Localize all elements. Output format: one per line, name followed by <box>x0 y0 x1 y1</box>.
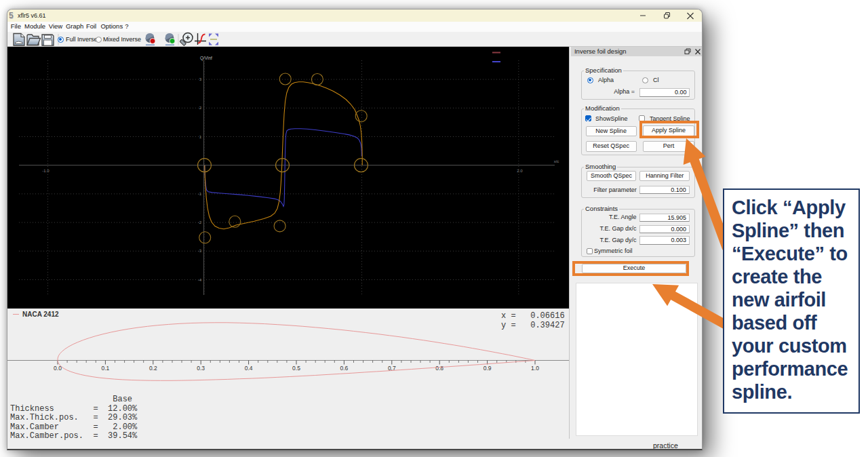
svg-text:0.4: 0.4 <box>245 365 253 372</box>
svg-text:-1.0: -1.0 <box>42 168 50 172</box>
svg-text:0.1: 0.1 <box>101 365 109 372</box>
svg-text:2.0: 2.0 <box>517 168 523 172</box>
svg-text:0.6: 0.6 <box>340 365 348 372</box>
svg-text:-4: -4 <box>198 277 202 281</box>
svg-text:1: 1 <box>199 134 202 138</box>
svg-text:-2: -2 <box>198 220 202 224</box>
svg-text:0.2: 0.2 <box>149 365 157 372</box>
svg-text:3: 3 <box>199 77 202 81</box>
svg-text:x/c: x/c <box>554 159 559 163</box>
svg-text:-3: -3 <box>198 249 202 253</box>
svg-text:-1: -1 <box>198 191 202 195</box>
svg-text:Q/Vinf: Q/Vinf <box>200 55 212 60</box>
svg-text:0.9: 0.9 <box>484 365 492 372</box>
svg-text:0.3: 0.3 <box>197 365 205 372</box>
svg-text:0.5: 0.5 <box>292 365 300 372</box>
svg-text:2: 2 <box>199 106 202 110</box>
svg-text:1.0: 1.0 <box>531 365 539 372</box>
svg-text:0.8: 0.8 <box>435 365 443 372</box>
